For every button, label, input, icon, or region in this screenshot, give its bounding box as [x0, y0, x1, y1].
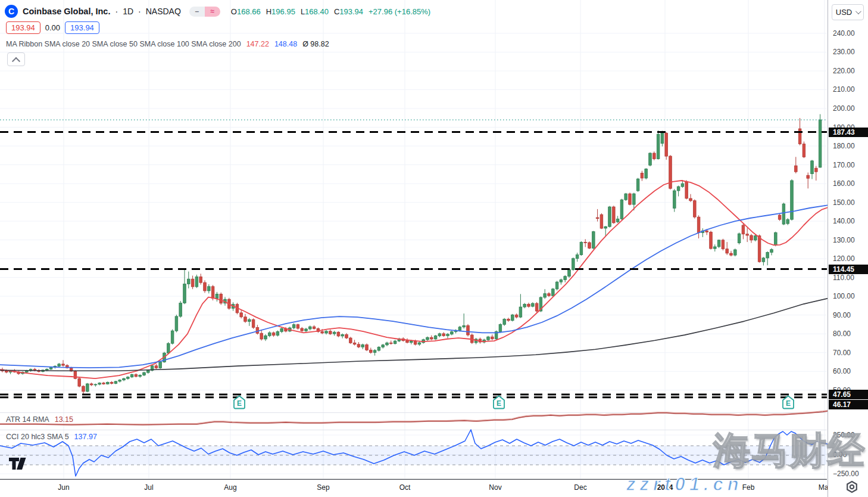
ma-average-value: Ø 98.82 [302, 40, 329, 48]
svg-text:E: E [237, 399, 242, 408]
low-value: 168.40 [305, 7, 329, 16]
price-axis-tick: 120.00 [833, 254, 855, 263]
delayed-data-icon[interactable]: ≈ [205, 7, 220, 17]
symbol-legend-row: C Coinbase Global, Inc. · 1D · NASDAQ – … [5, 5, 430, 18]
price-chart-canvas[interactable] [0, 0, 828, 497]
tradingview-chart-window: C Coinbase Global, Inc. · 1D · NASDAQ – … [0, 0, 868, 497]
buy-price-button[interactable]: 193.94 [65, 21, 99, 34]
ma-mid-value: 148.48 [274, 40, 297, 48]
ma-ribbon-label: MA Ribbon SMA close 20 SMA close 50 SMA … [6, 40, 241, 48]
time-axis-label: Jun [58, 483, 69, 492]
ma-ribbon-legend[interactable]: MA Ribbon SMA close 20 SMA close 50 SMA … [6, 40, 329, 48]
collapse-legend-button[interactable] [7, 52, 25, 66]
time-axis-label: Jul [144, 483, 153, 492]
price-axis-tick: 60.00 [833, 367, 851, 375]
axis-settings-gear-icon[interactable] [845, 480, 858, 496]
spread-value: 0.00 [45, 23, 60, 32]
price-axis-tick: 130.00 [833, 236, 855, 244]
change-value: +27.96 (+16.85%) [369, 7, 430, 16]
price-axis-tick: 240.00 [833, 29, 855, 38]
time-axis-label: Aug [224, 483, 236, 492]
time-axis-label: Sep [317, 483, 329, 492]
price-axis-tick: 150.00 [833, 198, 855, 207]
cci-label: CCI 20 hlc3 SMA 5 [6, 433, 69, 441]
high-value: 196.95 [271, 7, 295, 16]
open-value: 168.66 [237, 7, 261, 16]
watermark-cjk: 海马财经 [713, 425, 866, 476]
cci-legend[interactable]: CCI 20 hlc3 SMA 5 137.97 [6, 433, 97, 441]
price-axis-tick: 110.00 [833, 274, 854, 282]
price-level-chip: 46.17 [829, 400, 868, 409]
price-level-chip: 187.43 [829, 128, 868, 137]
price-axis-tick: 160.00 [833, 179, 855, 188]
time-axis-label: Mar [819, 483, 828, 492]
bid-ask-row: 193.94 0.00 193.94 [6, 21, 99, 34]
coinbase-logo-icon: C [5, 5, 18, 18]
separator-dot: · [115, 7, 118, 16]
price-level-chip: 114.45 [829, 265, 868, 274]
svg-text:E: E [497, 399, 501, 408]
price-axis-tick: 140.00 [833, 217, 855, 225]
svg-text:E: E [786, 399, 791, 408]
earnings-icon[interactable]: E [782, 395, 795, 412]
exchange-label[interactable]: NASDAQ [146, 7, 181, 16]
atr-legend[interactable]: ATR 14 RMA 13.15 [6, 415, 73, 424]
price-axis-tick: 90.00 [833, 311, 851, 319]
data-status-badges[interactable]: – ≈ [189, 7, 220, 17]
price-axis[interactable]: USD 240.00230.00220.00210.00200.00190.00… [828, 0, 868, 497]
symbol-title[interactable]: Coinbase Global, Inc. [23, 7, 110, 16]
earnings-icon[interactable]: E [233, 395, 246, 412]
separator-dot: · [138, 7, 141, 16]
time-axis-label: Feb [742, 483, 755, 492]
tradingview-logo[interactable] [8, 456, 30, 473]
price-axis-tick: 100.00 [833, 292, 855, 300]
close-value: 193.94 [339, 7, 363, 16]
ohlc-readout: O168.66 H196.95 L168.40 C193.94 +27.96 (… [231, 7, 430, 16]
price-axis-tick: 230.00 [833, 48, 855, 56]
atr-value: 13.15 [55, 415, 73, 424]
price-axis-tick: 210.00 [833, 85, 855, 94]
price-axis-tick: 180.00 [833, 142, 855, 150]
price-axis-tick: 80.00 [833, 330, 851, 338]
earnings-icon[interactable]: E [492, 395, 505, 412]
time-axis-label: Nov [489, 483, 501, 492]
sell-price-button[interactable]: 193.94 [6, 21, 40, 34]
price-axis-tick: 220.00 [833, 67, 855, 75]
price-axis-tick: 170.00 [833, 161, 855, 169]
atr-label: ATR 14 RMA [6, 415, 49, 424]
cci-value: 137.97 [74, 433, 97, 441]
time-axis-label: Oct [399, 483, 411, 492]
chevron-up-icon [12, 57, 20, 65]
interval-label[interactable]: 1D [123, 7, 133, 16]
currency-selector[interactable]: USD [832, 4, 864, 20]
time-axis-label: Dec [574, 483, 586, 492]
market-closed-icon[interactable]: – [189, 7, 205, 17]
price-level-chip: 47.65 [829, 390, 868, 399]
price-axis-tick: 70.00 [833, 349, 851, 357]
watermark-site: zzrt01.cn [626, 474, 743, 495]
price-axis-tick: 200.00 [833, 104, 855, 113]
ma-fast-value: 147.22 [246, 40, 269, 48]
chevron-down-icon [855, 8, 861, 14]
